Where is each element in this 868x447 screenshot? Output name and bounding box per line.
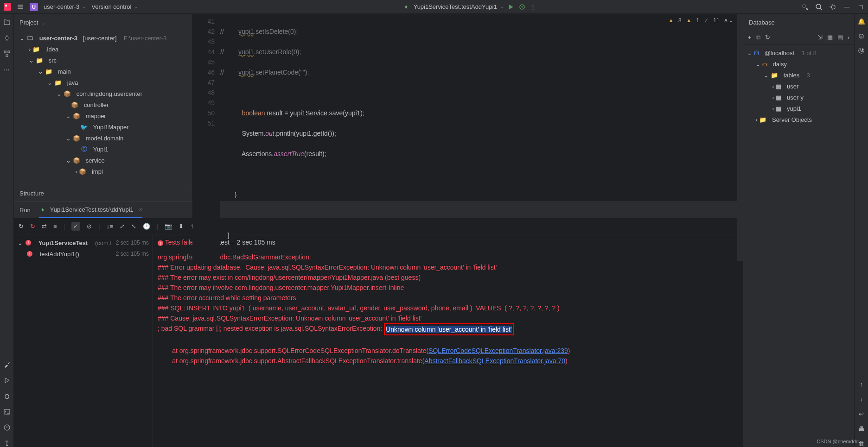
database-icon[interactable]: ⛁ bbox=[858, 32, 865, 40]
svg-rect-1 bbox=[5, 5, 7, 6]
db-connection[interactable]: ⌄ ⛁ @localhost 1 of 8 bbox=[743, 47, 854, 58]
run-button[interactable] bbox=[507, 3, 515, 11]
run-config-icon bbox=[402, 3, 410, 11]
stack-link[interactable]: AbstractFallbackSQLExceptionTranslator.j… bbox=[424, 357, 565, 365]
tree-item[interactable]: ⌄ 📦 service bbox=[14, 155, 192, 166]
more-tools-icon[interactable]: ⋯ bbox=[3, 66, 11, 73]
console-output[interactable]: ! Tests failed: 1 of 1 test – 2 sec 105 … bbox=[153, 234, 743, 447]
tree-item[interactable]: ⌄ 📦 model.domain bbox=[14, 132, 192, 144]
database-panel-header[interactable]: Database bbox=[743, 14, 854, 31]
project-tree[interactable]: ⌄ user-center-3 [user-center] F:\user-ce… bbox=[14, 31, 192, 185]
vcs-dropdown[interactable]: Version control bbox=[91, 3, 138, 10]
highlighted-error: Unknown column 'user_account' in 'field … bbox=[384, 323, 513, 335]
close-icon[interactable]: × bbox=[139, 207, 142, 213]
run-config-dropdown[interactable]: Yupi1ServiceTest.testAddYupi1 bbox=[414, 3, 504, 10]
code-with-me-icon[interactable] bbox=[801, 3, 809, 11]
structure-tool-icon[interactable] bbox=[3, 50, 11, 57]
diagram-icon[interactable]: ▦ bbox=[827, 34, 833, 41]
stop-icon[interactable]: ■ bbox=[53, 223, 57, 230]
terminal-tool-icon[interactable] bbox=[3, 408, 11, 416]
test-method-row[interactable]: ! testAddYupi1()2 sec 105 ms bbox=[14, 248, 153, 259]
watermark: CSDN @chemddd bbox=[817, 439, 859, 444]
tree-item[interactable]: ⌄ 📁 main bbox=[14, 66, 192, 77]
show-ignored-icon[interactable]: ⊘ bbox=[87, 223, 92, 230]
svg-point-6 bbox=[831, 6, 834, 8]
debug-button[interactable] bbox=[518, 3, 526, 11]
camera-icon[interactable]: 📷 bbox=[165, 223, 172, 230]
build-tool-icon[interactable] bbox=[3, 361, 11, 368]
settings-icon[interactable] bbox=[829, 3, 836, 11]
rerun-failed-icon[interactable]: ↻ bbox=[30, 223, 35, 230]
refresh-icon[interactable]: ↻ bbox=[765, 34, 770, 41]
editor-area: tionTests.java ⒸYupi1.java 🐦Yupi1Mapper.… bbox=[192, 14, 743, 201]
table-icon[interactable]: ▤ bbox=[837, 34, 843, 41]
run-tab[interactable]: Yupi1ServiceTest.testAddYupi1 × bbox=[39, 202, 142, 218]
run-tool-icon[interactable] bbox=[3, 377, 11, 384]
tree-item[interactable]: Ⓒ Yupi1 bbox=[14, 144, 192, 155]
history-icon[interactable]: 🕑 bbox=[143, 223, 150, 230]
collapse-icon[interactable]: ⤡ bbox=[131, 223, 136, 230]
git-tool-icon[interactable] bbox=[3, 440, 11, 447]
problems-tool-icon[interactable] bbox=[3, 424, 11, 431]
sort-icon[interactable]: ↓≡ bbox=[107, 223, 113, 230]
search-icon[interactable] bbox=[815, 3, 823, 11]
fail-icon: ! bbox=[26, 240, 31, 246]
project-tool-icon[interactable] bbox=[3, 19, 11, 26]
commit-tool-icon[interactable] bbox=[3, 34, 11, 42]
left-tool-rail: ⋯ bbox=[0, 14, 14, 447]
project-badge: U bbox=[30, 3, 38, 11]
tree-item[interactable]: ⌄ 📦 mapper bbox=[14, 110, 192, 121]
db-server-objects[interactable]: › 📁 Server Objects bbox=[743, 114, 854, 125]
import-icon[interactable]: ⬇ bbox=[179, 223, 184, 230]
minimap[interactable] bbox=[737, 14, 743, 261]
tree-item[interactable]: › 📦 impl bbox=[14, 166, 192, 177]
database-tree[interactable]: ⌄ ⛁ @localhost 1 of 8 ⌄ ⛀ daisy ⌄ 📁 tabl… bbox=[743, 44, 854, 128]
notifications-icon[interactable]: 🔔 bbox=[858, 18, 865, 25]
show-passed-icon[interactable]: ✓ bbox=[71, 222, 80, 231]
tree-item[interactable]: ⌄ 📁 java bbox=[14, 77, 192, 88]
db-table[interactable]: › ▦ yupi1 bbox=[743, 103, 854, 114]
tree-item[interactable]: ⌄ 📁 src bbox=[14, 55, 192, 66]
menu-icon[interactable] bbox=[17, 3, 24, 11]
tree-item[interactable]: ⌄ 📦 com.lingdong.usercenter bbox=[14, 88, 192, 99]
project-panel-header[interactable]: Project bbox=[14, 14, 192, 31]
add-datasource-icon[interactable]: + bbox=[748, 34, 752, 41]
db-tables-group[interactable]: ⌄ 📁 tables 3 bbox=[743, 69, 854, 81]
stack-link[interactable]: SQLErrorCodeSQLExceptionTranslator.java:… bbox=[428, 347, 568, 354]
rerun-icon[interactable]: ↻ bbox=[19, 223, 24, 230]
tree-item[interactable]: › 📁 .idea bbox=[14, 44, 192, 55]
expand-icon[interactable]: ⤢ bbox=[120, 223, 125, 230]
maximize-icon[interactable]: ◻ bbox=[857, 3, 864, 11]
print-icon[interactable]: 🖶 bbox=[858, 425, 865, 432]
scroll-down-icon[interactable]: ↓ bbox=[858, 395, 865, 403]
project-dropdown[interactable]: user-center-3 bbox=[44, 3, 86, 10]
test-tree[interactable]: ⌄ ! Yupi1ServiceTest (com.l2 sec 105 ms … bbox=[14, 234, 153, 447]
db-schema[interactable]: ⌄ ⛀ daisy bbox=[743, 58, 854, 69]
tree-root[interactable]: ⌄ user-center-3 [user-center] F:\user-ce… bbox=[14, 32, 192, 44]
test-class-row[interactable]: ⌄ ! Yupi1ServiceTest (com.l2 sec 105 ms bbox=[14, 237, 153, 248]
jump-icon[interactable]: ⇲ bbox=[817, 34, 823, 41]
debug-tool-icon[interactable] bbox=[3, 392, 11, 400]
scroll-up-icon[interactable]: ↑ bbox=[858, 380, 865, 388]
toggle-icon[interactable]: ⇄ bbox=[42, 223, 47, 230]
soft-wrap-icon[interactable]: ↩ bbox=[858, 410, 865, 417]
tree-item[interactable]: 📦 controller bbox=[14, 99, 192, 110]
right-tool-rail: 🔔 ⛁ Ⓜ ↑ ↓ ↩ 🖶 🗑 bbox=[854, 14, 868, 447]
more-button[interactable]: ⋮ bbox=[530, 3, 537, 11]
structure-panel-header[interactable]: Structure bbox=[14, 185, 192, 201]
minimize-icon[interactable]: — bbox=[843, 3, 850, 11]
database-toolbar: + ⧉ ↻ ⇲ ▦ ▤ › bbox=[743, 31, 854, 44]
maven-icon[interactable]: Ⓜ bbox=[858, 47, 865, 55]
tree-item[interactable]: 🐦 Yupi1Mapper bbox=[14, 121, 192, 132]
db-table[interactable]: › ▦ user-y bbox=[743, 92, 854, 103]
code-editor[interactable]: // yupi1.setIsDelete(0); // yupi1.setUse… bbox=[220, 14, 737, 261]
svg-rect-0 bbox=[4, 3, 11, 11]
titlebar: U user-center-3 Version control Yupi1Ser… bbox=[0, 0, 868, 14]
duplicate-icon[interactable]: ⧉ bbox=[756, 34, 760, 41]
project-panel: Project ⌄ user-center-3 [user-center] F:… bbox=[14, 14, 192, 201]
svg-rect-8 bbox=[4, 51, 6, 53]
inspections-widget[interactable]: ▲8 ▲1 ✓11 ʌ ⌄ bbox=[668, 17, 734, 24]
db-table[interactable]: › ▦ user bbox=[743, 81, 854, 92]
database-panel: Database + ⧉ ↻ ⇲ ▦ ▤ › ⌄ ⛁ @localhost 1 … bbox=[743, 14, 854, 447]
expand-icon[interactable]: › bbox=[848, 34, 849, 41]
